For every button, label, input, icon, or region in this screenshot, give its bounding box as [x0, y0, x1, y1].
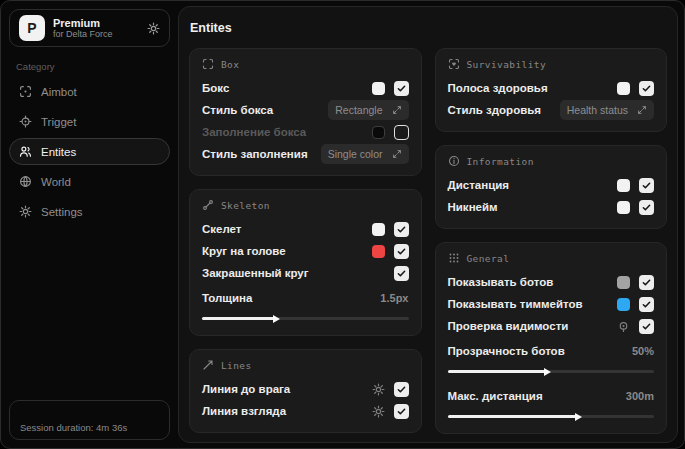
- setting-row: Показывать тиммейтов: [448, 293, 655, 315]
- section-general: General Показывать ботов Показывать тимм…: [435, 242, 668, 434]
- thickness-slider[interactable]: [202, 317, 409, 320]
- setting-label: Проверка видимости: [448, 320, 569, 332]
- section-skeleton: Skeleton Скелет Круг на голове: [189, 189, 422, 336]
- setting-row: Бокс: [202, 77, 409, 99]
- color-swatch[interactable]: [617, 298, 630, 311]
- gear-icon: [19, 205, 32, 218]
- color-swatch[interactable]: [617, 201, 630, 214]
- sidebar-item-label: Trigget: [41, 116, 76, 128]
- setting-label: Макс. дистанция: [448, 390, 543, 402]
- max-distance-setting: Макс. дистанция 300m: [448, 385, 655, 418]
- sidebar-nav: Aimbot Trigget Entites: [9, 78, 170, 225]
- setting-row: Стиль заполнения Single color: [202, 143, 409, 165]
- sidebar-item-entites[interactable]: Entites: [9, 138, 170, 165]
- checkbox[interactable]: [394, 266, 409, 281]
- checkbox[interactable]: [394, 81, 409, 96]
- checkbox[interactable]: [639, 297, 654, 312]
- color-swatch[interactable]: [372, 82, 385, 95]
- check-icon: [641, 321, 652, 332]
- slider-thumb[interactable]: [575, 413, 582, 421]
- check-icon: [396, 83, 407, 94]
- gear-icon[interactable]: [147, 22, 160, 35]
- checkbox[interactable]: [394, 382, 409, 397]
- brand-title: Premium: [53, 17, 113, 30]
- check-icon: [396, 384, 407, 395]
- sidebar: P Premium for Delta Force Category Aimbo…: [1, 1, 178, 448]
- bot-opacity-slider[interactable]: [448, 370, 655, 373]
- page-title: Entites: [190, 21, 667, 35]
- slider-thumb[interactable]: [273, 315, 280, 323]
- section-header-label: Box: [221, 59, 239, 70]
- visibility-target-icon[interactable]: [617, 320, 630, 333]
- setting-label: Закрашенный круг: [202, 267, 309, 279]
- checkbox[interactable]: [639, 200, 654, 215]
- checkbox[interactable]: [394, 222, 409, 237]
- sidebar-item-label: Settings: [41, 206, 83, 218]
- dropdown-value: Health status: [567, 104, 628, 116]
- trigger-target-icon: [19, 115, 32, 128]
- setting-row: Линия взгляда: [202, 400, 409, 422]
- brand-text: Premium for Delta Force: [53, 17, 113, 40]
- color-swatch[interactable]: [372, 245, 385, 258]
- section-general-header: General: [448, 252, 655, 264]
- section-survivability: Survivability Полоса здоровья Стиль здор…: [435, 48, 668, 132]
- checkbox[interactable]: [394, 125, 409, 140]
- color-swatch[interactable]: [372, 223, 385, 236]
- sidebar-item-trigget[interactable]: Trigget: [9, 108, 170, 135]
- setting-row: Круг на голове: [202, 240, 409, 262]
- setting-label: Толщина: [202, 292, 252, 304]
- sidebar-item-world[interactable]: World: [9, 168, 170, 195]
- session-duration-card: Session duration: 4m 36s: [9, 400, 170, 440]
- dropdown-value: Single color: [328, 148, 383, 160]
- app-window: P Premium for Delta Force Category Aimbo…: [0, 0, 685, 449]
- section-box: Box Бокс Стиль бокса: [189, 48, 422, 176]
- setting-label: Заполнение бокса: [202, 126, 306, 138]
- check-icon: [641, 202, 652, 213]
- section-information-header: Information: [448, 155, 655, 167]
- box-style-dropdown[interactable]: Rectangle: [328, 100, 408, 120]
- sidebar-item-label: Aimbot: [41, 86, 77, 98]
- sidebar-item-settings[interactable]: Settings: [9, 198, 170, 225]
- slider-value: 300m: [626, 390, 654, 402]
- setting-label: Стиль здоровья: [448, 104, 542, 116]
- sidebar-item-aimbot[interactable]: Aimbot: [9, 78, 170, 105]
- setting-label: Скелет: [202, 223, 242, 235]
- checkbox[interactable]: [639, 275, 654, 290]
- setting-row: Показывать ботов: [448, 271, 655, 293]
- slider-thumb[interactable]: [544, 368, 551, 376]
- checkbox[interactable]: [639, 319, 654, 334]
- expand-icon: [637, 105, 647, 115]
- gear-icon[interactable]: [372, 383, 385, 396]
- checkbox[interactable]: [394, 404, 409, 419]
- color-swatch[interactable]: [372, 126, 385, 139]
- setting-label: Линия взгляда: [202, 405, 286, 417]
- max-distance-slider[interactable]: [448, 415, 655, 418]
- expand-icon: [392, 149, 402, 159]
- setting-label: Прозрачность ботов: [448, 345, 565, 357]
- setting-row: Стиль бокса Rectangle: [202, 99, 409, 121]
- box-corners-icon: [202, 58, 214, 70]
- checkbox[interactable]: [394, 244, 409, 259]
- section-header-label: Survivability: [467, 59, 547, 70]
- health-style-dropdown[interactable]: Health status: [560, 100, 654, 120]
- section-header-label: Information: [467, 156, 534, 167]
- fill-style-dropdown[interactable]: Single color: [321, 144, 409, 164]
- section-header-label: General: [467, 253, 510, 264]
- checkbox[interactable]: [639, 178, 654, 193]
- section-lines-header: Lines: [202, 359, 409, 371]
- setting-label: Показывать тиммейтов: [448, 298, 583, 310]
- dropdown-value: Rectangle: [335, 104, 382, 116]
- color-swatch[interactable]: [617, 276, 630, 289]
- checkbox[interactable]: [639, 81, 654, 96]
- setting-row: Линия до врага: [202, 378, 409, 400]
- color-swatch[interactable]: [617, 82, 630, 95]
- bot-opacity-setting: Прозрачность ботов 50%: [448, 340, 655, 373]
- setting-label: Стиль бокса: [202, 104, 273, 116]
- check-icon: [641, 83, 652, 94]
- setting-row: Заполнение бокса: [202, 121, 409, 143]
- color-swatch[interactable]: [617, 179, 630, 192]
- section-information: Information Дистанция Никнейм: [435, 145, 668, 229]
- check-icon: [641, 277, 652, 288]
- gear-icon[interactable]: [372, 405, 385, 418]
- check-icon: [641, 299, 652, 310]
